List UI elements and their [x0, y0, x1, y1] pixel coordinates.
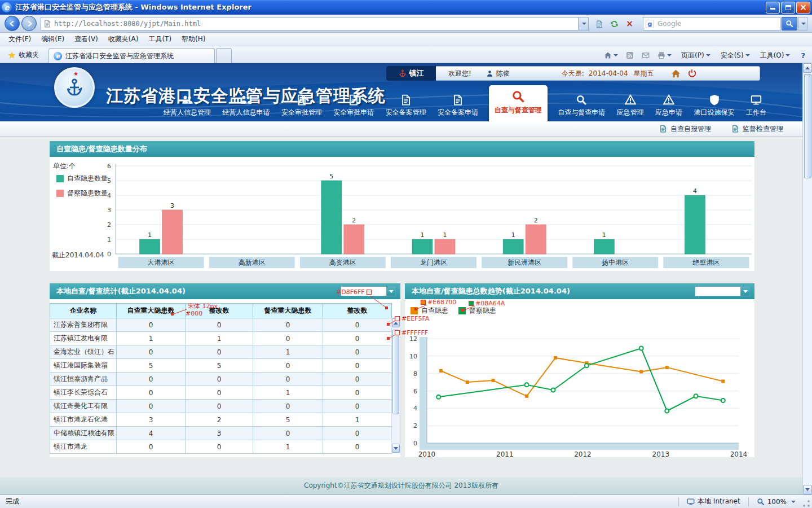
stop-icon: × — [626, 20, 633, 28]
nav-item-7[interactable]: 自查与督查管理 — [489, 85, 548, 121]
svg-text:6: 6 — [107, 163, 111, 170]
minimize-button[interactable] — [766, 2, 780, 14]
table-scroll-down-button[interactable] — [392, 444, 400, 453]
bar-chart-panel: 自查隐患/督查隐患数量分布 0123456大港港区13高新港区高资港区52龙门港… — [50, 141, 754, 271]
restore-button[interactable] — [781, 2, 795, 14]
sub-navigation: 自查自报管理监督检查管理 — [0, 121, 802, 137]
forward-button[interactable] — [21, 16, 37, 31]
mail-button[interactable] — [639, 50, 652, 60]
address-field[interactable]: http://localhost:8080/yjpt/Main.html — [41, 17, 589, 30]
logout-button[interactable] — [687, 69, 696, 78]
dashboard-body: 自查隐患/督查隐患数量分布 0123456大港港区13高新港区高资港区52龙门港… — [0, 137, 802, 477]
resize-grip[interactable] — [802, 500, 810, 507]
nav-item-8[interactable]: 自查与督查申请 — [557, 94, 606, 121]
svg-text:12: 12 — [409, 335, 417, 343]
line-panel-header: 本地自查/督查隐患总数趋势(截止2014.04.04) — [405, 283, 754, 299]
page-scrollbar[interactable] — [802, 63, 812, 494]
favorites-button[interactable]: 收藏夹 — [3, 49, 43, 62]
back-arrow-icon — [8, 20, 16, 28]
nav-item-label: 自查与督查管理 — [495, 106, 542, 115]
table-scrollbar[interactable] — [391, 318, 400, 453]
feeds-button[interactable] — [624, 50, 636, 60]
menu-item-5[interactable]: 工具(T) — [143, 33, 176, 46]
nav-item-12[interactable]: 工作台 — [745, 94, 767, 121]
intranet-icon — [687, 498, 695, 506]
svg-text:10: 10 — [409, 353, 417, 360]
refresh-button[interactable] — [607, 17, 621, 30]
doc-icon — [452, 94, 464, 106]
page-scroll-thumb[interactable] — [804, 74, 811, 178]
menu-item-3[interactable]: 查看(V) — [69, 33, 103, 46]
menu-item-4[interactable]: 收藏夹(A) — [103, 33, 144, 46]
nav-item-9[interactable]: 应急管理 — [616, 94, 645, 121]
address-dropdown-button[interactable] — [578, 17, 588, 30]
page-scroll-down-button[interactable] — [803, 485, 812, 494]
menu-item-2[interactable]: 编辑(E) — [36, 33, 69, 46]
table-panel-dropdown[interactable] — [341, 286, 396, 296]
bar-chart: 0123456大港港区13高新港区高资港区52龙门港区11新民洲港区12扬中港区… — [50, 157, 754, 271]
current-weekday: 星期五 — [634, 69, 654, 78]
address-input[interactable]: http://localhost:8080/yjpt/Main.html — [54, 20, 578, 28]
table-row: 镇江市港龙0010 — [50, 440, 392, 454]
tab-current[interactable]: e 江苏省港口安全监管与应急管理系统 — [48, 48, 215, 63]
print-button[interactable] — [655, 50, 674, 60]
nav-item-6[interactable]: 安全备案申请 — [436, 94, 479, 121]
page-content: ★ 江苏省港口安全监管与应急管理系统 镇江 欢迎您! 陈俊 今天是: 2014-… — [0, 63, 802, 494]
menu-item-1[interactable]: 文件(F) — [3, 33, 36, 46]
svg-text:2013: 2013 — [652, 450, 670, 458]
bar-panel-title: 自查隐患/督查隐患数量分布 — [56, 144, 147, 153]
home-button[interactable] — [602, 50, 620, 60]
svg-text:2: 2 — [107, 221, 111, 229]
help-button[interactable]: ? — [797, 50, 809, 61]
svg-text:新民洲港区: 新民洲港区 — [508, 259, 541, 266]
doc-icon — [731, 125, 739, 133]
nav-item-label: 应急申请 — [655, 108, 682, 117]
nav-item-4[interactable]: 安全审批申请 — [332, 94, 375, 121]
doc-icon — [659, 125, 667, 133]
new-tab-button[interactable] — [216, 48, 232, 63]
search-input[interactable]: Google — [657, 20, 681, 28]
search-go-button[interactable] — [782, 17, 797, 30]
tab-favicon-icon: e — [54, 52, 62, 60]
toolbar-button-3[interactable]: 工具(O) — [756, 49, 795, 62]
svg-text:2: 2 — [413, 422, 417, 430]
page-scroll-up-button[interactable] — [803, 63, 812, 73]
legend-item: 自查隐患 — [411, 306, 448, 316]
site-header: ★ 江苏省港口安全监管与应急管理系统 镇江 欢迎您! 陈俊 今天是: 2014-… — [0, 63, 802, 121]
compatibility-view-button[interactable] — [592, 17, 606, 30]
menu-item-6[interactable]: 帮助(H) — [176, 33, 210, 46]
table-panel-header: 本地自查/督查统计(截止2014.04.04) — [50, 283, 400, 299]
nav-item-label: 工作台 — [746, 108, 766, 117]
line-panel-dropdown[interactable] — [695, 286, 750, 296]
table-scroll-up-button[interactable] — [392, 318, 400, 327]
toolbar-button-2[interactable]: 安全(S) — [717, 49, 754, 62]
subnav-item-1[interactable]: 自查自报管理 — [659, 124, 711, 134]
table-scroll-thumb[interactable] — [392, 330, 399, 414]
svg-text:5: 5 — [329, 173, 333, 180]
close-button[interactable]: × — [796, 2, 810, 14]
line-panel-title: 本地自查/督查隐患总数趋势(截止2014.04.04) — [412, 287, 570, 295]
nav-item-5[interactable]: 安全备案管理 — [385, 94, 427, 121]
line-chart-panel: 本地自查/督查隐患总数趋势(截止2014.04.04) 自查隐患督察隐患 024… — [405, 283, 754, 457]
portal-home-button[interactable] — [671, 69, 681, 78]
legend-swatch — [56, 190, 64, 197]
search-dropdown-button[interactable] — [798, 17, 807, 30]
stop-button[interactable]: × — [623, 17, 637, 30]
search-box[interactable]: g Google — [643, 17, 780, 30]
svg-text:0: 0 — [413, 440, 417, 447]
nav-item-1[interactable]: 经营人信息管理 — [162, 94, 212, 121]
zoom-control[interactable]: 100% — [753, 498, 799, 506]
browser-window: e 江苏省港口安全监管与应急管理系统 - Windows Internet Ex… — [0, 0, 812, 508]
nav-item-10[interactable]: 应急申请 — [654, 94, 683, 121]
nav-item-2[interactable]: 经营人信息申请 — [221, 94, 271, 121]
toolbar-button-1[interactable]: 页面(P) — [677, 49, 714, 62]
subnav-item-2[interactable]: 监督检查管理 — [731, 124, 783, 134]
svg-text:0: 0 — [107, 251, 111, 258]
nav-item-3[interactable]: 安全审批管理 — [280, 94, 323, 121]
bar-chart-legend: 自查隐患数量督察隐患数量 — [56, 174, 108, 198]
svg-text:高资港区: 高资港区 — [329, 259, 356, 266]
status-bar: 完成 本地 Intranet 100% — [0, 494, 812, 508]
nav-item-11[interactable]: 港口设施保安 — [693, 94, 736, 121]
table-col-2: 自查重大隐患数 — [117, 304, 186, 318]
back-button[interactable] — [5, 16, 20, 31]
